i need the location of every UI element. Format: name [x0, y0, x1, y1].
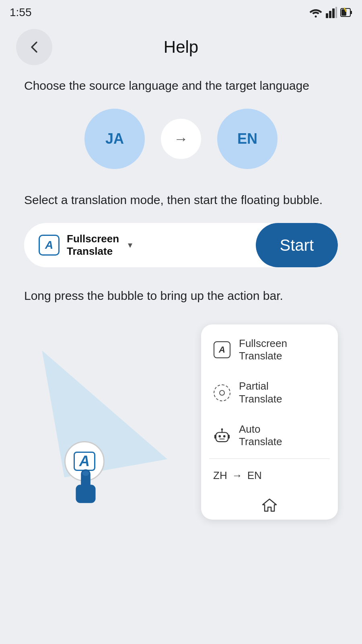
- svg-rect-3: [332, 8, 335, 18]
- fullscreen-translate-icon: A: [213, 341, 231, 359]
- svg-rect-13: [216, 432, 228, 442]
- svg-rect-19: [214, 435, 216, 439]
- step1-description: Choose the source language and the targe…: [24, 77, 338, 94]
- svg-point-14: [218, 435, 221, 438]
- back-icon: [27, 40, 41, 54]
- home-bar: [201, 491, 338, 516]
- source-language-button[interactable]: JA: [84, 109, 145, 169]
- svg-rect-6: [350, 11, 352, 14]
- action-auto-translate[interactable]: Auto Translate: [201, 414, 338, 457]
- main-content: Choose the source language and the targe…: [0, 69, 362, 510]
- svg-point-0: [315, 16, 317, 18]
- status-bar: 1:55: [0, 0, 362, 21]
- svg-rect-2: [329, 11, 331, 18]
- dropdown-arrow-icon: ▾: [128, 240, 132, 250]
- wifi-icon: [309, 7, 323, 18]
- svg-point-15: [223, 435, 226, 438]
- battery-icon: [340, 7, 352, 18]
- language-arrow: →: [161, 119, 201, 159]
- fullscreen-translate-label: Fullscreen Translate: [239, 337, 287, 362]
- header: Help: [0, 21, 362, 69]
- step3-description: Long press the bubble to bring up the ac…: [24, 287, 338, 304]
- action-menu: A Fullscreen Translate Partial Translate: [201, 324, 338, 520]
- svg-rect-10: [76, 485, 95, 503]
- svg-rect-12: [82, 471, 89, 476]
- action-fullscreen-translate[interactable]: A Fullscreen Translate: [201, 328, 338, 371]
- light-beam: [42, 332, 167, 477]
- status-time: 1:55: [10, 6, 32, 19]
- mode-icon: A: [39, 235, 60, 256]
- auto-translate-label: Auto Translate: [239, 423, 282, 448]
- partial-translate-icon: [213, 384, 231, 402]
- page-title: Help: [52, 37, 310, 57]
- target-language-button[interactable]: EN: [217, 109, 278, 169]
- language-selector-row: JA → EN: [24, 109, 338, 169]
- svg-rect-1: [326, 13, 328, 18]
- action-partial-translate[interactable]: Partial Translate: [201, 371, 338, 414]
- auto-translate-icon: [213, 427, 231, 444]
- start-button[interactable]: Start: [256, 223, 338, 267]
- action-lang-row[interactable]: ZH → EN: [201, 460, 338, 491]
- signal-icon: [326, 7, 337, 18]
- partial-translate-label: Partial Translate: [239, 380, 282, 405]
- mode-start-row: A Fullscreen Translate ▾ Start: [24, 223, 338, 267]
- action-lang-arrow: →: [232, 469, 243, 482]
- action-source-lang: ZH: [213, 469, 227, 482]
- svg-rect-4: [335, 7, 337, 18]
- status-icons: [309, 7, 352, 18]
- mode-selector[interactable]: A Fullscreen Translate ▾: [24, 233, 256, 258]
- action-target-lang: EN: [247, 469, 262, 482]
- finger-icon: [72, 469, 100, 510]
- home-icon[interactable]: [259, 495, 280, 516]
- mode-label: Fullscreen Translate: [67, 233, 119, 258]
- svg-point-18: [221, 428, 223, 430]
- back-button[interactable]: [16, 29, 52, 65]
- step2-description: Select a translation mode, then start th…: [24, 192, 338, 208]
- action-menu-divider: [209, 458, 330, 459]
- illustration-area: A A Fullscreen Translate: [24, 316, 338, 510]
- svg-rect-20: [228, 435, 230, 439]
- bubble-translate-icon: A: [74, 452, 95, 471]
